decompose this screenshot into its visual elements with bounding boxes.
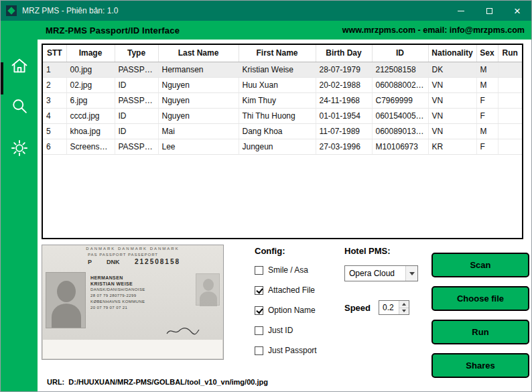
table-cell[interactable]: F [476,139,498,154]
table-cell[interactable]: KR [428,139,476,154]
table-cell[interactable]: 24-11-1968 [316,92,372,108]
speed-stepper[interactable]: 0.2 [379,300,409,315]
table-cell[interactable]: Kim Thuy [239,92,316,108]
column-header-type[interactable]: Type [115,45,158,62]
spinner-down-button[interactable] [399,308,409,315]
checkbox-box[interactable] [255,266,263,275]
table-row[interactable]: 6Screenshot...PASSPORTLeeJungeun27-03-19… [43,139,522,154]
table-row[interactable]: 4cccd.jpgIDNguyenThi Thu Huong01-01-1954… [43,108,522,123]
table-cell[interactable]: PASSPORT [115,92,158,108]
sidebar-item-home[interactable] [9,56,29,76]
checkbox-box[interactable] [255,346,263,355]
table-row[interactable]: 202.jpgIDNguyenHuu Xuan20-02-19880600880… [43,77,522,92]
choose-file-button[interactable]: Choose file [431,286,529,311]
table-cell[interactable]: Dang Khoa [239,123,316,139]
table-cell[interactable]: 060089013724 [372,123,428,139]
table-cell[interactable]: 28-07-1979 [316,62,372,77]
table-cell[interactable] [498,92,522,108]
column-header-id[interactable]: ID [372,45,428,62]
table-cell[interactable]: 060088002375 [372,77,428,92]
table-cell[interactable] [498,108,522,123]
table-cell[interactable]: 20-02-1988 [316,77,372,92]
table-cell[interactable]: 6.jpg [66,92,115,108]
column-header-image[interactable]: Image [66,45,115,62]
table-cell[interactable]: Nguyen [158,92,239,108]
table-cell[interactable]: M [476,62,498,77]
column-header-run[interactable]: Run [498,45,522,62]
table-cell[interactable]: DK [428,62,476,77]
shares-button[interactable]: Shares [431,353,529,378]
table-cell[interactable]: Thi Thu Huong [239,108,316,123]
table-cell[interactable]: 5 [43,123,66,139]
table-cell[interactable]: ID [115,108,158,123]
table-cell[interactable]: 212508158 [372,62,428,77]
table-cell[interactable]: Huu Xuan [239,77,316,92]
table-cell[interactable]: VN [428,108,476,123]
checkbox-box[interactable] [255,286,263,295]
column-header-stt[interactable]: STT [43,45,66,62]
table-cell[interactable]: 060154005824 [372,108,428,123]
column-header-last-name[interactable]: Last Name [158,45,239,62]
table-cell[interactable]: VN [428,92,476,108]
table-cell[interactable]: 02.jpg [66,77,115,92]
table-cell[interactable]: VN [428,77,476,92]
close-button[interactable]: × [503,1,531,21]
checkbox-option-name[interactable]: Option Name [255,306,336,315]
table-cell[interactable] [498,139,522,154]
table-cell[interactable]: Kristian Weise [239,62,316,77]
table-cell[interactable]: M [476,77,498,92]
table-cell[interactable] [498,123,522,139]
table-row[interactable]: 36.jpgPASSPORTNguyenKim Thuy24-11-1968C7… [43,92,522,108]
table-cell[interactable]: 1 [43,62,66,77]
table-cell[interactable]: Nguyen [158,108,239,123]
sidebar-item-settings[interactable] [9,138,29,158]
checkbox-just-passport[interactable]: Just Passport [255,346,336,355]
hotel-pms-dropdown[interactable]: Opera Cloud [344,265,418,281]
spinner-up-button[interactable] [399,301,409,308]
scan-button[interactable]: Scan [431,253,529,277]
table-cell[interactable]: F [476,92,498,108]
checkbox-box[interactable] [255,326,263,335]
checkbox-attached-file[interactable]: Attached File [255,285,336,295]
column-header-birth-day[interactable]: Birth Day [316,45,372,62]
column-header-first-name[interactable]: First Name [239,45,316,62]
checkbox-just-id[interactable]: Just ID [255,326,336,335]
checkbox-box[interactable] [255,306,263,315]
table-cell[interactable]: 00.jpg [66,62,115,77]
column-header-nationality[interactable]: Nationality [428,45,476,62]
checkbox-smile-asa[interactable]: Smile / Asa [255,265,336,275]
table-cell[interactable] [498,62,522,77]
table-cell[interactable]: 6 [43,139,66,154]
table-cell[interactable]: 27-03-1996 [316,139,372,154]
table-cell[interactable]: Mai [158,123,239,139]
table-cell[interactable]: 3 [43,92,66,108]
chevron-down-icon[interactable] [405,266,417,281]
table-cell[interactable]: Screenshot... [66,139,115,154]
sidebar-item-search[interactable] [9,96,29,116]
table-cell[interactable] [498,77,522,92]
table-cell[interactable]: F [476,108,498,123]
table-cell[interactable]: PASSPORT [115,139,158,154]
run-button[interactable]: Run [431,320,529,344]
table-cell[interactable]: PASSPORT [115,62,158,77]
table-cell[interactable]: C7969999 [372,92,428,108]
maximize-button[interactable] [475,1,503,21]
table-cell[interactable]: Nguyen [158,77,239,92]
table-cell[interactable]: 4 [43,108,66,123]
table-cell[interactable]: 11-07-1989 [316,123,372,139]
table-row[interactable]: 100.jpgPASSPORTHermansenKristian Weise28… [43,62,522,77]
table-cell[interactable]: Hermansen [158,62,239,77]
table-cell[interactable]: khoa.jpg [66,123,115,139]
minimize-button[interactable] [447,1,475,21]
table-cell[interactable]: Lee [158,139,239,154]
table-cell[interactable]: ID [115,123,158,139]
table-row[interactable]: 5khoa.jpgIDMaiDang Khoa11-07-19890600890… [43,123,522,139]
table-cell[interactable]: M [476,123,498,139]
table-cell[interactable]: 2 [43,77,66,92]
table-cell[interactable]: cccd.jpg [66,108,115,123]
table-cell[interactable]: 01-01-1954 [316,108,372,123]
table-cell[interactable]: ID [115,77,158,92]
table-cell[interactable]: M10106973 [372,139,428,154]
column-header-sex[interactable]: Sex [476,45,498,62]
table-cell[interactable]: VN [428,123,476,139]
